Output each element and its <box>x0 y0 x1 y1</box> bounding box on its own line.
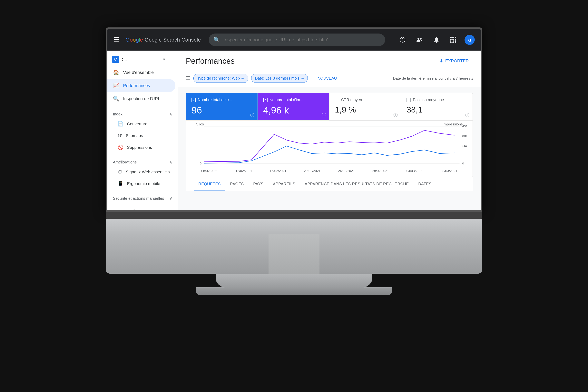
tab-requetes[interactable]: REQUÊTES <box>194 178 226 191</box>
tab-pays[interactable]: PAYS <box>248 178 268 191</box>
x-label: 04/03/2021 <box>406 169 423 173</box>
chart-right-label: Impressions <box>443 122 463 126</box>
filter-icon[interactable]: ☰ <box>186 75 190 81</box>
tab-pages[interactable]: PAGES <box>226 178 248 191</box>
ergonomie-icon: 📱 <box>118 181 124 186</box>
topbar: ☰ Google Google Search Console 🔍 ? <box>108 29 480 50</box>
securite-section-header[interactable]: Sécurité et actions manuelles ∨ <box>108 193 178 202</box>
site-name: c... <box>122 57 161 62</box>
sidebar-sub-label: Couverture <box>127 122 148 126</box>
sidebar-item-vue-ensemble[interactable]: 🏠 Vue d'ensemble <box>108 66 176 79</box>
filters-bar: ☰ Type de recherche: Web ✏ Date: Les 3 d… <box>178 70 480 87</box>
metric-card-position[interactable]: Position moyenne 38,1 ⓘ <box>401 93 472 120</box>
metric-value-impressions: 4,96 k <box>263 105 324 116</box>
monitor-base <box>106 274 482 287</box>
sidebar-item-signaux[interactable]: ⏱ Signaux Web essentiels <box>108 166 176 178</box>
chart-x-labels: 08/02/2021 12/02/2021 16/02/2021 20/02/2… <box>192 168 467 173</box>
divider <box>108 191 178 191</box>
suppressions-icon: 🚫 <box>118 145 124 150</box>
index-section-label: Index <box>113 112 122 116</box>
export-button[interactable]: ⬇ EXPORTER <box>436 56 473 66</box>
search-bar[interactable]: 🔍 <box>209 34 385 46</box>
metric-info-icon-clics: ⓘ <box>250 112 254 118</box>
site-selector[interactable]: C c... ▾ <box>108 52 178 66</box>
metric-card-ctr[interactable]: CTR moyen 1,9 % ⓘ <box>330 93 401 120</box>
dropdown-arrow-icon: ▾ <box>163 57 165 62</box>
sidebar-item-inspection[interactable]: 🔍 Inspection de l'URL <box>108 92 176 105</box>
svg-text:0: 0 <box>200 162 202 165</box>
metric-checkbox-position[interactable] <box>406 98 411 102</box>
bottom-tabs: REQUÊTES PAGES PAYS APPAREILS APPARENCE … <box>186 177 473 191</box>
main-content: Performances ⬇ EXPORTER ☰ Type de recher… <box>178 50 480 210</box>
metric-info-icon-impressions: ⓘ <box>322 112 326 118</box>
performance-icon: 📈 <box>113 82 119 88</box>
bell-icon[interactable] <box>431 34 442 45</box>
svg-point-3 <box>420 38 422 40</box>
monitor-base-shape <box>216 274 372 287</box>
tab-dates[interactable]: DATES <box>414 178 436 191</box>
page-title: Performances <box>186 57 234 66</box>
anciens-section-header[interactable]: Anciens outils et rapports ∨ <box>108 206 178 210</box>
users-icon[interactable] <box>414 34 425 45</box>
sidebar-item-couverture[interactable]: 📄 Couverture <box>108 118 176 130</box>
sidebar-item-suppressions[interactable]: 🚫 Suppressions <box>108 142 176 153</box>
metric-info-icon-ctr: ⓘ <box>393 112 398 118</box>
tab-apparence[interactable]: APPARENCE DANS LES RÉSULTATS DE RECHERCH… <box>300 178 414 191</box>
chevron-down-icon: ∨ <box>169 209 172 210</box>
new-filter-button[interactable]: + NOUVEAU <box>311 74 340 82</box>
x-label: 12/02/2021 <box>236 169 252 173</box>
index-section-header[interactable]: Index ∧ <box>108 108 178 118</box>
metric-card-clics[interactable]: ✓ Nombre total de c... 96 ⓘ <box>186 93 258 120</box>
hamburger-icon[interactable]: ☰ <box>113 36 120 44</box>
content-header: Performances ⬇ EXPORTER <box>178 50 480 70</box>
svg-text:?: ? <box>402 38 404 42</box>
x-label: 28/02/2021 <box>372 169 389 173</box>
user-avatar[interactable]: a <box>464 35 475 45</box>
chevron-up-icon: ∧ <box>169 160 172 164</box>
apps-icon[interactable] <box>448 34 459 45</box>
filter-chip-date[interactable]: Date: Les 3 derniers mois ✏ <box>251 74 308 83</box>
search-icon: 🔍 <box>214 37 220 43</box>
monitor-neck <box>268 234 320 274</box>
tab-appareils[interactable]: APPAREILS <box>268 178 300 191</box>
divider <box>108 155 178 155</box>
main-layout: C c... ▾ 🏠 Vue d'ensemble 📈 Performances… <box>108 50 480 210</box>
metric-checkbox-ctr[interactable] <box>335 98 339 102</box>
monitor-base-foot <box>106 287 482 295</box>
performance-chart: 0 450 300 150 0 <box>192 124 467 168</box>
search-input[interactable] <box>224 37 380 42</box>
metric-label-clics: Nombre total de c... <box>198 98 232 102</box>
screen: ☰ Google Google Search Console 🔍 ? <box>106 28 482 212</box>
google-wordmark: Google <box>126 37 143 43</box>
sidebar-item-ergonomie[interactable]: 📱 Ergonomie mobile <box>108 178 176 190</box>
info-icon: ℹ <box>472 76 473 80</box>
chevron-up-icon: ∧ <box>169 112 172 116</box>
help-icon[interactable]: ? <box>397 34 408 45</box>
metric-info-icon-position: ⓘ <box>465 112 470 118</box>
x-label: 08/03/2021 <box>440 169 457 173</box>
download-icon: ⬇ <box>440 58 443 64</box>
ameliorations-section-header[interactable]: Améliorations ∧ <box>108 156 178 166</box>
sidebar-sub-label: Sitemaps <box>126 133 143 138</box>
monitor-bezel-bottom <box>106 212 482 219</box>
metric-card-impressions[interactable]: ✓ Nombre total d'im... 4,96 k ⓘ <box>258 93 330 120</box>
filter-chip-label: Type de recherche: Web <box>197 76 240 80</box>
metric-checkbox-clics[interactable]: ✓ <box>192 98 196 102</box>
filter-chip-search-type[interactable]: Type de recherche: Web ✏ <box>194 74 248 83</box>
sidebar-item-sitemaps[interactable]: 🗺 Sitemaps <box>108 130 176 142</box>
sidebar-item-performances[interactable]: 📈 Performances <box>108 79 176 92</box>
svg-point-2 <box>418 38 420 40</box>
metric-value-clics: 96 <box>192 105 252 116</box>
edit-icon: ✏ <box>301 76 304 80</box>
sidebar-item-label: Vue d'ensemble <box>123 70 154 75</box>
update-date: Date de la dernière mise à jour : il y a… <box>393 76 473 80</box>
svg-text:0: 0 <box>462 162 464 165</box>
sidebar-item-label: Performances <box>123 83 150 88</box>
filter-chip-label: Date: Les 3 derniers mois <box>255 76 300 80</box>
x-label: 24/02/2021 <box>338 169 355 173</box>
edit-icon: ✏ <box>242 76 244 80</box>
metric-checkbox-impressions[interactable]: ✓ <box>263 98 268 102</box>
svg-point-4 <box>436 42 437 43</box>
topbar-icons: ? <box>397 34 475 45</box>
inspect-icon: 🔍 <box>113 96 119 102</box>
